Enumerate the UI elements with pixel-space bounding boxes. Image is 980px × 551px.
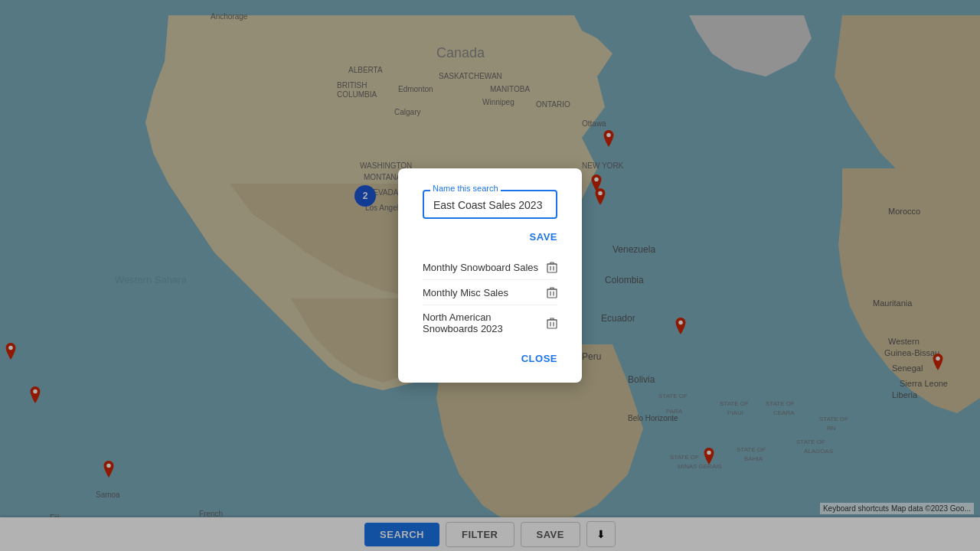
saved-search-name: North American Snowboards 2023 [423, 311, 547, 334]
delete-search-icon[interactable] [547, 286, 557, 298]
close-row: CLOSE [423, 353, 557, 364]
close-button[interactable]: CLOSE [521, 353, 557, 364]
delete-search-icon[interactable] [547, 317, 557, 329]
svg-rect-59 [547, 264, 557, 272]
saved-searches-list: Monthly Snowboard Sales Monthly Misc Sal… [423, 255, 557, 341]
delete-search-icon[interactable] [547, 261, 557, 273]
name-search-input[interactable] [423, 190, 557, 219]
save-row: SAVE [423, 231, 557, 243]
name-search-label: Name this search [430, 184, 501, 193]
modal-overlay: Name this search SAVE Monthly Snowboard … [0, 0, 980, 551]
svg-rect-65 [547, 320, 557, 328]
name-search-field-wrapper: Name this search [423, 190, 557, 219]
saved-search-item: Monthly Snowboard Sales [423, 255, 557, 280]
saved-search-item: Monthly Misc Sales [423, 280, 557, 305]
svg-rect-62 [547, 289, 557, 298]
saved-search-item: North American Snowboards 2023 [423, 305, 557, 341]
saved-search-name: Monthly Snowboard Sales [423, 262, 538, 273]
save-search-modal: Name this search SAVE Monthly Snowboard … [398, 168, 582, 383]
save-button[interactable]: SAVE [530, 231, 557, 243]
saved-search-name: Monthly Misc Sales [423, 287, 508, 298]
